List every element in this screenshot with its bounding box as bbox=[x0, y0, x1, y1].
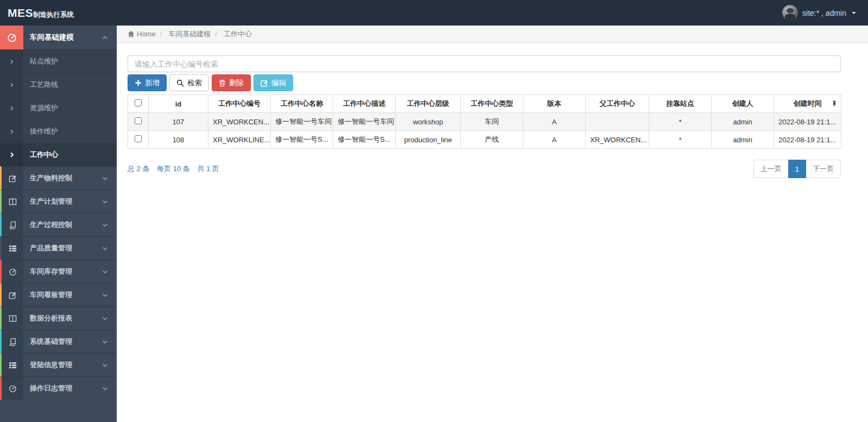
sidebar-item-label: 数据分析报表 bbox=[23, 313, 102, 323]
chevron-down-icon bbox=[102, 386, 108, 392]
columns-icon bbox=[2, 307, 23, 330]
add-button[interactable]: 新增 bbox=[128, 74, 167, 91]
pagination-summary: 总 2 条 每页 10 条 共 1 页 bbox=[128, 164, 225, 174]
search-button[interactable]: 检索 bbox=[169, 74, 209, 91]
col-header-parent: 父工作中心 bbox=[586, 95, 649, 113]
book-icon bbox=[2, 213, 23, 236]
row-checkbox[interactable] bbox=[135, 135, 142, 142]
col-header-station: 挂靠站点 bbox=[649, 95, 712, 113]
book-icon bbox=[2, 330, 23, 353]
main-panel: Home 车间基础建模 工作中心 新增 检索 删除 编辑 bbox=[117, 26, 868, 422]
sidebar-item-material-control[interactable]: 生产物料控制 bbox=[0, 166, 117, 190]
table-row: 107 XR_WORKCEN... 修一智能一号车间 修一智能一号车间 work… bbox=[128, 113, 841, 131]
table-row: 108 XR_WORKLINE... 修一智能一号S... 修一智能一号S...… bbox=[128, 131, 841, 149]
sidebar-item-label: 生产过程控制 bbox=[23, 220, 102, 230]
pin-icon bbox=[832, 100, 837, 107]
cell-created: 2022-08-19 21:1... bbox=[774, 113, 841, 131]
cell-name: 修一智能一号S... bbox=[271, 131, 333, 149]
sidebar-item-label: 操作维护 bbox=[23, 127, 117, 136]
select-all-cell bbox=[128, 95, 149, 113]
sidebar-item-operation-maintenance[interactable]: 操作维护 bbox=[0, 119, 117, 143]
row-checkbox[interactable] bbox=[135, 117, 142, 124]
sidebar-item-label: 车间基础建模 bbox=[23, 33, 102, 42]
chevron-right-icon bbox=[0, 120, 23, 143]
dashboard-icon bbox=[2, 377, 23, 400]
cell-level: production_line bbox=[396, 131, 461, 149]
sidebar-item-work-center[interactable]: 工作中心 bbox=[0, 143, 117, 166]
chevron-down-icon bbox=[102, 269, 108, 275]
sidebar-item-label: 资源维护 bbox=[23, 103, 117, 113]
avatar bbox=[782, 5, 798, 21]
cell-type: 产线 bbox=[461, 131, 523, 149]
delete-button[interactable]: 删除 bbox=[212, 74, 251, 91]
user-label: site:* , admin bbox=[802, 9, 846, 17]
col-header-desc: 工作中心描述 bbox=[333, 95, 396, 113]
plus-icon bbox=[135, 79, 142, 86]
sidebar-item-operation-log[interactable]: 操作日志管理 bbox=[0, 376, 117, 400]
col-header-version: 版本 bbox=[523, 95, 586, 113]
cell-type: 车间 bbox=[461, 113, 523, 131]
col-header-id: id bbox=[149, 95, 208, 113]
breadcrumb-level2: 工作中心 bbox=[211, 29, 252, 39]
edit-icon bbox=[2, 167, 23, 190]
cell-desc: 修一智能一号车间 bbox=[333, 113, 396, 131]
chevron-right-icon bbox=[0, 97, 23, 119]
col-header-created: 创建时间 bbox=[774, 95, 841, 113]
pagination: 总 2 条 每页 10 条 共 1 页 上一页 1 下一页 bbox=[128, 160, 841, 178]
chevron-down-icon bbox=[102, 316, 108, 322]
sidebar-item-production-plan[interactable]: 生产计划管理 bbox=[0, 190, 117, 213]
content-area: 新增 检索 删除 编辑 bbox=[117, 43, 868, 178]
dashboard-icon bbox=[0, 26, 23, 49]
sidebar-item-kanban-management[interactable]: 车间看板管理 bbox=[0, 283, 117, 306]
sidebar-item-station-maintenance[interactable]: 站点维护 bbox=[0, 49, 117, 73]
sidebar-item-label: 工艺路线 bbox=[23, 80, 117, 90]
edit-icon bbox=[2, 284, 23, 306]
trash-icon bbox=[219, 79, 226, 87]
edit-button[interactable]: 编辑 bbox=[254, 74, 293, 91]
page-count: 共 1 页 bbox=[197, 165, 219, 173]
sidebar-item-workshop-modeling[interactable]: 车间基础建模 bbox=[0, 26, 117, 49]
cell-creator: admin bbox=[712, 131, 774, 149]
cell-code: XR_WORKLINE... bbox=[208, 131, 271, 149]
search-input[interactable] bbox=[128, 55, 841, 72]
dashboard-icon bbox=[2, 260, 23, 283]
sidebar-item-process-route[interactable]: 工艺路线 bbox=[0, 73, 117, 96]
logo-suffix: 制造执行系统 bbox=[33, 11, 74, 18]
user-menu[interactable]: site:* , admin bbox=[782, 5, 868, 21]
chevron-down-icon bbox=[102, 362, 108, 368]
col-header-code: 工作中心编号 bbox=[208, 95, 271, 113]
home-icon bbox=[128, 30, 135, 37]
select-all-checkbox[interactable] bbox=[135, 99, 142, 106]
breadcrumb-level1[interactable]: 车间基础建模 bbox=[156, 29, 211, 39]
cell-id: 107 bbox=[149, 113, 208, 131]
chevron-down-icon bbox=[102, 339, 108, 345]
sidebar-item-data-analysis[interactable]: 数据分析报表 bbox=[0, 306, 117, 330]
prev-page-button[interactable]: 上一页 bbox=[753, 160, 789, 178]
sidebar-item-login-info[interactable]: 登陆信息管理 bbox=[0, 353, 117, 376]
sidebar-item-resource-maintenance[interactable]: 资源维护 bbox=[0, 96, 117, 119]
sidebar-item-label: 登陆信息管理 bbox=[23, 360, 102, 370]
sidebar-item-quality-management[interactable]: 产品质量管理 bbox=[0, 236, 117, 260]
sidebar-item-label: 车间库存管理 bbox=[23, 267, 102, 276]
logo-mes: MES bbox=[8, 7, 33, 19]
col-header-name: 工作中心名称 bbox=[271, 95, 333, 113]
list-icon bbox=[2, 237, 23, 260]
caret-down-icon bbox=[852, 12, 856, 14]
top-bar: MES制造执行系统 site:* , admin bbox=[0, 0, 868, 26]
sidebar-item-process-control[interactable]: 生产过程控制 bbox=[0, 213, 117, 236]
cell-version: A bbox=[523, 131, 586, 149]
sidebar-item-system-management[interactable]: 系统基础管理 bbox=[0, 330, 117, 353]
breadcrumb-home[interactable]: Home bbox=[128, 30, 156, 38]
page-1-button[interactable]: 1 bbox=[788, 160, 806, 178]
chevron-right-icon bbox=[0, 50, 23, 73]
next-page-button[interactable]: 下一页 bbox=[806, 160, 841, 178]
sidebar-item-label: 生产计划管理 bbox=[23, 197, 102, 206]
breadcrumb: Home 车间基础建模 工作中心 bbox=[117, 26, 868, 43]
cell-id: 108 bbox=[149, 131, 208, 149]
sidebar-item-inventory-management[interactable]: 车间库存管理 bbox=[0, 260, 117, 283]
col-header-level: 工作中心层级 bbox=[396, 95, 461, 113]
col-header-creator: 创建人 bbox=[712, 95, 774, 113]
cell-desc: 修一智能一号S... bbox=[333, 131, 396, 149]
list-icon bbox=[2, 354, 23, 376]
sidebar-item-label: 生产物料控制 bbox=[23, 173, 102, 183]
